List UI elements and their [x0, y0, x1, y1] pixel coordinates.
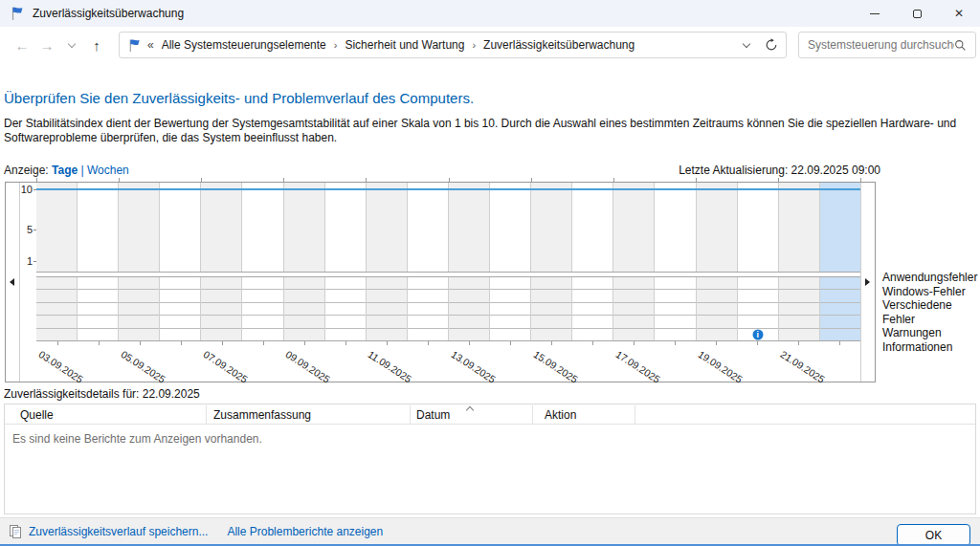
breadcrumb-collapsed-indicator[interactable]: « — [147, 38, 154, 52]
event-cell — [367, 277, 407, 290]
event-cell — [284, 329, 324, 340]
day-column-events[interactable] — [449, 277, 490, 340]
event-row-legend: AnwendungsfehlerWindows-FehlerVerschiede… — [882, 271, 980, 354]
day-column-events[interactable] — [36, 277, 78, 340]
search-icon[interactable] — [954, 39, 967, 52]
event-cell — [160, 277, 200, 290]
day-column-events[interactable] — [367, 277, 408, 340]
column-header-aktion[interactable]: Aktion — [545, 408, 576, 422]
day-column[interactable] — [325, 183, 367, 272]
event-cell — [449, 277, 489, 290]
x-tick-top — [696, 178, 697, 182]
day-column[interactable] — [119, 183, 160, 272]
window-controls: ✕ — [854, 0, 980, 27]
event-cell — [613, 329, 654, 340]
breadcrumb-item[interactable]: Sicherheit und Wartung — [345, 38, 464, 52]
view-all-reports-link[interactable]: Alle Problemberichte anzeigen — [227, 525, 383, 538]
event-cell — [490, 329, 530, 340]
day-column-events[interactable] — [820, 277, 860, 340]
arrow-left-icon — [10, 278, 14, 286]
back-button[interactable]: ← — [10, 33, 34, 57]
address-bar[interactable]: « Alle Systemsteuerungselemente›Sicherhe… — [119, 32, 787, 58]
save-history-link[interactable]: Zuverlässigkeitsverlauf speichern... — [29, 525, 208, 538]
day-column[interactable] — [201, 183, 242, 272]
day-column-events[interactable] — [490, 277, 531, 340]
day-column[interactable] — [160, 183, 201, 272]
day-column[interactable] — [531, 183, 572, 272]
event-cell — [449, 303, 489, 316]
chart-scroll-right-button[interactable] — [860, 183, 875, 382]
day-column-events[interactable] — [201, 277, 242, 340]
day-column[interactable] — [449, 183, 490, 272]
minimize-button[interactable] — [854, 0, 896, 27]
legend-item: Anwendungsfehler — [882, 271, 980, 285]
day-column-events[interactable] — [242, 277, 283, 340]
day-column-events[interactable] — [655, 277, 696, 340]
maximize-icon — [913, 10, 922, 18]
day-column-events[interactable] — [572, 277, 613, 340]
event-cell — [160, 303, 200, 316]
legend-item: Verschiedene Fehler — [882, 298, 980, 326]
event-cell — [36, 277, 77, 290]
search-box — [798, 32, 976, 58]
day-column[interactable] — [779, 183, 820, 272]
search-input[interactable] — [808, 38, 954, 52]
column-divider[interactable] — [635, 405, 635, 424]
day-column-events[interactable] — [78, 277, 119, 340]
event-cell — [36, 329, 77, 340]
column-divider[interactable] — [410, 405, 411, 424]
event-cell — [284, 303, 324, 316]
history-dropdown-button[interactable] — [59, 33, 84, 57]
day-column[interactable] — [697, 183, 738, 272]
forward-button[interactable]: → — [34, 33, 59, 57]
chart-scroll-left-button[interactable] — [6, 183, 20, 382]
column-header-datum[interactable]: Datum — [416, 408, 450, 422]
event-cell — [78, 303, 118, 316]
day-column[interactable] — [36, 183, 78, 272]
information-event-icon[interactable]: i — [752, 329, 763, 339]
event-cell — [367, 303, 407, 316]
event-cell — [36, 316, 77, 328]
close-button[interactable]: ✕ — [938, 0, 980, 27]
day-column-events[interactable] — [613, 277, 655, 340]
day-column[interactable] — [820, 183, 860, 272]
column-header-quelle[interactable]: Quelle — [20, 408, 54, 422]
day-column-events[interactable] — [325, 277, 367, 340]
view-weeks-link[interactable]: Wochen — [87, 164, 129, 177]
close-icon: ✕ — [954, 8, 964, 19]
day-column[interactable] — [655, 183, 696, 272]
day-column[interactable] — [572, 183, 613, 272]
day-column-events[interactable] — [408, 277, 449, 340]
event-cell — [490, 316, 530, 328]
day-column-events[interactable] — [779, 277, 820, 340]
event-cell — [242, 290, 282, 302]
day-column[interactable] — [490, 183, 531, 272]
view-days-link[interactable]: Tage — [52, 164, 78, 177]
up-button[interactable]: ↑ — [84, 33, 109, 57]
breadcrumb-item[interactable]: Alle Systemsteuerungselemente — [162, 38, 326, 52]
reliability-monitor-window: Zuverlässigkeitsüberwachung ✕ ← → ↑ « Al… — [0, 0, 980, 546]
column-divider[interactable] — [206, 405, 207, 424]
day-column[interactable] — [613, 183, 655, 272]
address-dropdown-icon[interactable] — [743, 39, 750, 47]
day-column-events[interactable] — [119, 277, 160, 340]
day-column[interactable] — [738, 183, 779, 272]
column-divider[interactable] — [532, 405, 533, 424]
day-column-events[interactable] — [697, 277, 738, 340]
refresh-icon[interactable] — [765, 38, 778, 52]
day-column[interactable] — [78, 183, 119, 272]
column-header-zusammenfassung[interactable]: Zusammenfassung — [213, 408, 311, 422]
day-column[interactable] — [367, 183, 408, 272]
day-column-events[interactable] — [531, 277, 572, 340]
ok-button[interactable]: OK — [897, 524, 970, 546]
event-cell — [367, 329, 407, 340]
maximize-button[interactable] — [896, 0, 938, 27]
event-cell — [119, 277, 159, 290]
day-column[interactable] — [284, 183, 325, 272]
day-column-events[interactable]: i — [738, 277, 779, 340]
day-column-events[interactable] — [284, 277, 325, 340]
day-column-events[interactable] — [160, 277, 201, 340]
breadcrumb-item[interactable]: Zuverlässigkeitsüberwachung — [483, 38, 635, 52]
day-column[interactable] — [408, 183, 449, 272]
day-column[interactable] — [242, 183, 283, 272]
